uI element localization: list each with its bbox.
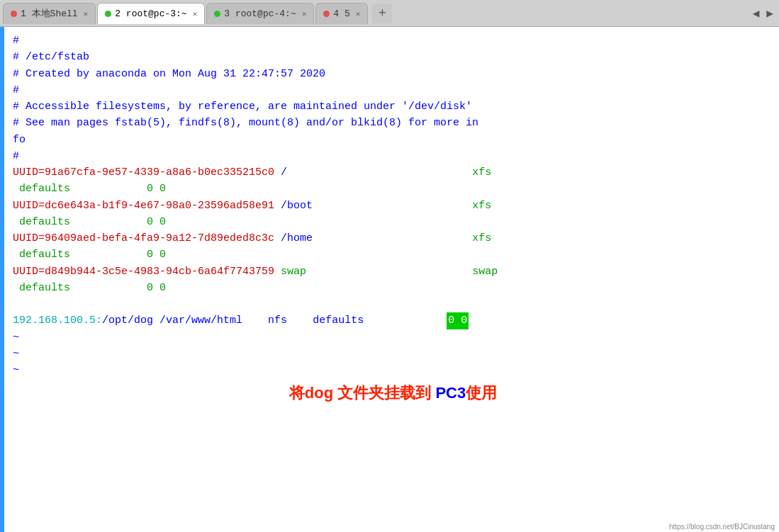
defaults-line-2: defaults 0 0 [13, 214, 773, 230]
annotation-text: 将dog 文件夹挂载到 PC3使用 [13, 383, 773, 404]
tilde-line-3: ~ [13, 362, 773, 378]
tab-dot-4 [323, 11, 330, 17]
tab-close-2[interactable]: ✕ [193, 9, 198, 18]
line-1: # [13, 33, 773, 49]
tab-dot-1 [11, 11, 17, 17]
watermark: https://blog.csdn.net/BJCinustang [669, 523, 775, 531]
tab-1[interactable]: 1 本地Shell ✕ [3, 3, 96, 24]
tab-nav: ◀ ▶ [750, 5, 776, 22]
line-6: # See man pages fstab(5), findfs(8), mou… [13, 115, 773, 131]
line-2: # /etc/fstab [13, 49, 773, 65]
line-5: # Accessible filesystems, by reference, … [13, 98, 773, 115]
new-tab-button[interactable]: + [372, 4, 392, 23]
tab-label-4: 4 5 [333, 9, 349, 19]
defaults-line-4: defaults 0 0 [13, 280, 773, 296]
nfs-line: 192.168.100.5:/opt/dog /var/www/html nfs… [13, 312, 773, 329]
tilde-line-1: ~ [13, 329, 773, 346]
tab-dot-3 [214, 11, 220, 17]
uuid-line-1: UUID=91a67cfa-9e57-4339-a8a6-b0ec335215c… [13, 164, 773, 181]
tab-nav-left[interactable]: ◀ [750, 5, 763, 22]
line-7: fo [13, 132, 773, 148]
tab-3[interactable]: 3 root@pc-4:~ ✕ [206, 3, 314, 24]
tab-label-1: 1 本地Shell [21, 7, 78, 20]
line-3: # Created by anaconda on Mon Aug 31 22:4… [13, 66, 773, 82]
tab-close-1[interactable]: ✕ [84, 9, 89, 18]
uuid-line-4: UUID=d849b944-3c5e-4983-94cb-6a64f774375… [13, 264, 773, 280]
tab-label-2: 2 root@pc-3:~ [115, 9, 186, 19]
tab-4[interactable]: 4 5 ✕ [315, 3, 368, 24]
tab-close-4[interactable]: ✕ [356, 9, 361, 18]
blank-line [13, 296, 773, 312]
defaults-line-3: defaults 0 0 [13, 247, 773, 263]
tab-2[interactable]: 2 root@pc-3:~ ✕ [97, 3, 205, 24]
tab-nav-right[interactable]: ▶ [763, 5, 776, 22]
terminal-area: # # /etc/fstab # Created by anaconda on … [0, 27, 779, 532]
tilde-line-2: ~ [13, 346, 773, 362]
uuid-line-3: UUID=96409aed-befa-4fa9-9a12-7d89eded8c3… [13, 230, 773, 247]
tab-dot-2 [105, 11, 111, 17]
tab-bar: 1 本地Shell ✕ 2 root@pc-3:~ ✕ 3 root@pc-4:… [0, 0, 779, 27]
uuid-line-2: UUID=dc6e643a-b1f9-4e67-98a0-23596ad58e9… [13, 198, 773, 214]
line-8: # [13, 148, 773, 164]
defaults-line-1: defaults 0 0 [13, 181, 773, 197]
line-4: # [13, 82, 773, 98]
tab-close-3[interactable]: ✕ [302, 9, 307, 18]
tab-label-3: 3 root@pc-4:~ [224, 9, 296, 19]
